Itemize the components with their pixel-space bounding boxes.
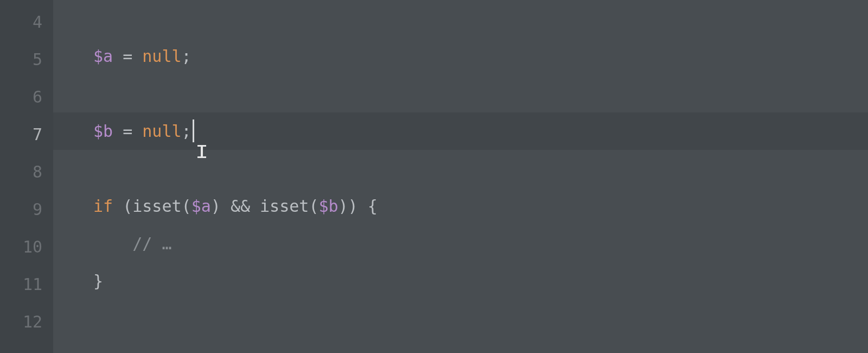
code-token: ( [309,197,318,216]
gutter-separator [53,0,87,353]
code-area[interactable]: $a = null;$b = null;if (isset($a) && iss… [87,0,868,353]
code-token: ( [113,197,132,216]
code-line[interactable]: $a = null; [87,37,868,75]
text-caret [193,119,194,142]
code-token: )) { [339,197,378,216]
code-token: ( [182,197,192,216]
line-number: 12 [0,303,42,341]
line-number: 7 [0,116,42,153]
code-token: isset [250,197,309,216]
code-token: && [231,197,250,216]
code-token: $a [192,197,211,216]
code-token: null [142,47,181,66]
line-number: 11 [0,266,42,303]
code-line[interactable]: if (isset($a) && isset($b)) { [87,187,868,225]
code-token: ; [182,122,192,141]
code-line[interactable]: } [87,262,868,300]
line-number: 10 [0,228,42,266]
code-token: null [142,122,181,141]
line-number-gutter: 456789101112 [0,0,53,353]
code-token: if [93,197,113,216]
line-number: 4 [0,3,42,41]
code-token: $b [93,122,113,141]
code-editor[interactable]: 456789101112 $a = null;$b = null;if (iss… [0,0,868,353]
code-line[interactable] [87,150,868,187]
code-line[interactable] [87,75,868,112]
code-token: // … [93,234,172,253]
line-number: 5 [0,41,42,78]
code-token: } [93,272,103,291]
code-token: $a [93,47,113,66]
code-token: ) [211,197,231,216]
code-token: = [113,122,142,141]
line-number: 6 [0,78,42,116]
code-token: $b [318,197,338,216]
code-token: = [113,47,142,66]
line-number: 8 [0,153,42,191]
line-number: 9 [0,191,42,228]
code-line[interactable] [87,0,868,37]
code-line[interactable]: // … [87,225,868,262]
code-line[interactable] [87,300,868,337]
code-token: isset [132,197,181,216]
code-line[interactable]: $b = null; [87,112,868,150]
code-token: ; [182,47,192,66]
